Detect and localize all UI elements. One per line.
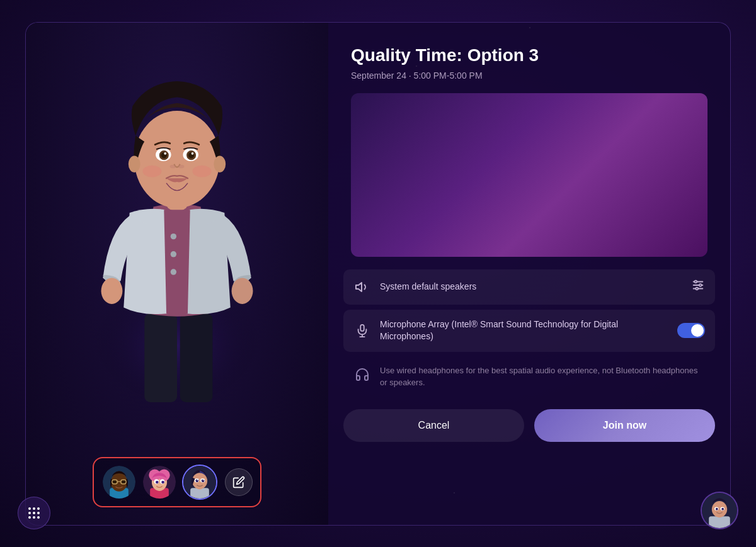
character-avatar-3[interactable] <box>182 465 217 500</box>
svg-point-63 <box>37 507 40 510</box>
avatar-display <box>26 23 328 462</box>
svg-point-55 <box>695 281 697 283</box>
svg-point-23 <box>192 165 211 177</box>
edit-avatar-button[interactable] <box>225 468 253 496</box>
svg-point-57 <box>696 288 698 290</box>
svg-point-39 <box>156 480 159 483</box>
cancel-button[interactable]: Cancel <box>343 409 524 442</box>
svg-point-4 <box>171 251 176 257</box>
svg-point-64 <box>28 512 31 514</box>
event-header: Quality Time: Option 3 September 24 · 5:… <box>328 23 730 81</box>
main-container: Quality Time: Option 3 September 24 · 5:… <box>13 13 743 534</box>
character-avatar-2[interactable] <box>142 465 177 500</box>
svg-point-65 <box>33 512 35 514</box>
svg-point-66 <box>37 512 40 514</box>
svg-point-67 <box>28 516 31 519</box>
svg-point-61 <box>28 507 31 510</box>
svg-point-75 <box>716 508 718 510</box>
svg-point-11 <box>214 155 226 172</box>
svg-point-5 <box>171 269 176 274</box>
hint-text: Use wired headphones for the best spatia… <box>380 364 705 389</box>
dialog-panel: Quality Time: Option 3 September 24 · 5:… <box>25 22 731 526</box>
join-now-button[interactable]: Join now <box>534 409 715 442</box>
svg-point-10 <box>129 155 140 172</box>
svg-point-62 <box>33 507 35 510</box>
svg-point-22 <box>142 165 161 177</box>
character-selector <box>93 457 261 507</box>
svg-point-69 <box>37 516 40 519</box>
character-avatar-1[interactable] <box>101 465 137 500</box>
svg-point-49 <box>197 479 198 480</box>
speaker-label: System default speakers <box>380 281 682 293</box>
user-avatar-button[interactable] <box>701 492 738 529</box>
avatar-figure <box>76 60 278 425</box>
event-title: Quality Time: Option 3 <box>351 45 707 65</box>
svg-point-68 <box>33 516 35 519</box>
grid-menu-button[interactable] <box>18 497 50 529</box>
event-date: September 24 · 5:00 PM-5:00 PM <box>351 70 707 81</box>
svg-rect-71 <box>709 516 730 528</box>
svg-point-3 <box>171 233 176 239</box>
headphones-icon <box>353 366 371 383</box>
svg-point-19 <box>192 152 194 154</box>
grid-icon <box>26 505 42 521</box>
event-preview <box>351 93 707 257</box>
microphone-label: Microphone Array (Intel® Smart Sound Tec… <box>380 319 668 343</box>
svg-point-30 <box>113 480 117 483</box>
settings-panel: System default speakers <box>328 269 730 397</box>
svg-point-21 <box>178 164 184 168</box>
microphone-setting[interactable]: Microphone Array (Intel® Smart Sound Tec… <box>343 310 715 352</box>
svg-point-72 <box>712 501 727 517</box>
headphone-hint: Use wired headphones for the best spatia… <box>343 357 715 397</box>
svg-point-6 <box>101 278 123 303</box>
svg-point-76 <box>721 508 724 510</box>
microphone-toggle[interactable] <box>677 323 705 338</box>
svg-point-7 <box>232 278 253 303</box>
speaker-setting[interactable]: System default speakers <box>343 269 715 305</box>
svg-rect-58 <box>360 325 364 331</box>
svg-marker-51 <box>356 283 362 291</box>
microphone-icon <box>353 322 371 339</box>
info-section: Quality Time: Option 3 September 24 · 5:… <box>328 23 730 525</box>
speaker-icon <box>353 278 371 296</box>
svg-point-18 <box>164 152 166 154</box>
svg-point-56 <box>699 284 702 286</box>
svg-point-44 <box>192 473 207 489</box>
svg-rect-2 <box>180 313 213 402</box>
svg-point-40 <box>161 480 164 483</box>
user-avatar-mini <box>702 493 737 528</box>
svg-point-31 <box>122 480 125 483</box>
svg-point-9 <box>134 111 220 208</box>
action-bar: Cancel Join now <box>328 397 730 460</box>
svg-rect-1 <box>144 313 177 402</box>
avatar-section <box>26 23 328 525</box>
svg-rect-42 <box>190 488 209 499</box>
svg-point-20 <box>170 164 176 168</box>
svg-point-50 <box>203 479 204 480</box>
speaker-settings-icon[interactable] <box>691 278 705 295</box>
